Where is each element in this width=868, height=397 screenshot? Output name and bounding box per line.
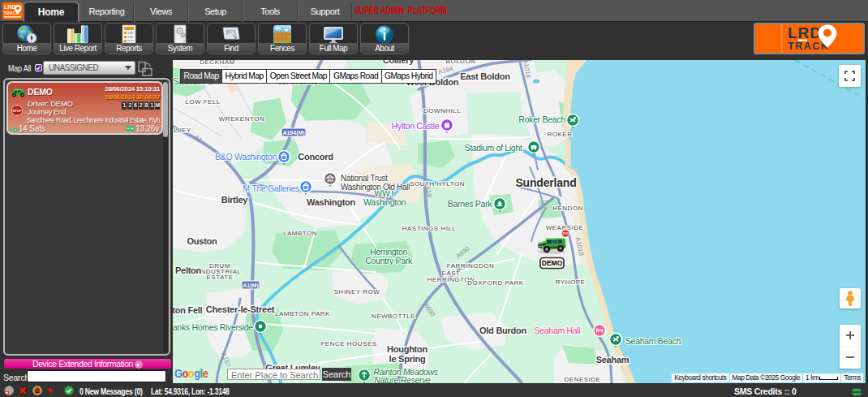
svg-text:HASTINGS HILL: HASTINGS HILL (402, 225, 457, 232)
svg-text:LRD: LRD (788, 24, 822, 41)
svg-text:HENDON: HENDON (552, 205, 583, 212)
svg-text:Concord: Concord (298, 152, 333, 162)
svg-text:A1(M): A1(M) (243, 283, 258, 289)
svg-text:FENCE HOUSES: FENCE HOUSES (320, 340, 376, 347)
svg-text:Nature Reserve: Nature Reserve (374, 375, 431, 383)
svg-text:NEWBOTTLE: NEWBOTTLE (372, 313, 415, 320)
svg-text:Ouston: Ouston (187, 236, 218, 246)
svg-text:LAMBTON PARK: LAMBTON PARK (275, 310, 330, 317)
svg-text:Washington: Washington (363, 197, 406, 207)
svg-text:Country Park: Country Park (365, 256, 413, 265)
svg-text:Seaham: Seaham (596, 355, 630, 365)
svg-text:Chester-le-Street: Chester-le-Street (206, 304, 275, 314)
svg-text:Sunderland: Sunderland (515, 176, 576, 189)
svg-text:le Spring: le Spring (389, 354, 426, 364)
svg-text:Houghton: Houghton (387, 344, 428, 354)
svg-text:LRD: LRD (4, 4, 15, 10)
svg-text:Barnes Park: Barnes Park (448, 199, 493, 209)
svg-text:LAMBTON: LAMBTON (283, 230, 317, 237)
svg-text:National Trust: National Trust (341, 174, 388, 183)
svg-text:ALLEY: ALLEY (173, 127, 191, 134)
svg-text:Roker Beach: Roker Beach (518, 114, 565, 124)
svg-text:M The Galleries: M The Galleries (243, 183, 299, 193)
svg-text:SHINEY ROW: SHINEY ROW (334, 288, 380, 296)
svg-text:Seaham Beach: Seaham Beach (625, 336, 681, 346)
svg-text:Colliery: Colliery (383, 59, 415, 65)
svg-text:Seaham Hall: Seaham Hall (535, 326, 581, 335)
svg-text:ROKER: ROKER (548, 131, 573, 138)
svg-text:DECKHAM: DECKHAM (200, 59, 235, 66)
svg-text:Birtley: Birtley (221, 195, 249, 205)
svg-text:DOXFORD PARK: DOXFORD PARK (467, 279, 524, 287)
svg-text:Stadium of Light: Stadium of Light (464, 143, 522, 153)
svg-text:A194(M): A194(M) (282, 130, 304, 136)
svg-text:FARRINGDON: FARRINGDON (447, 262, 494, 270)
svg-text:STOP: STOP (562, 232, 568, 235)
svg-text:Banks Homes Riverside: Banks Homes Riverside (173, 322, 253, 332)
svg-text:Washington: Washington (307, 197, 356, 207)
svg-text:RYHOPE: RYHOPE (556, 278, 586, 286)
svg-text:Pelton: Pelton (175, 265, 202, 275)
svg-text:DOWNHILL: DOWNHILL (423, 107, 461, 114)
svg-text:LOW FELL: LOW FELL (185, 98, 221, 106)
svg-text:East Boldon: East Boldon (460, 71, 510, 81)
svg-text:ESTATE: ESTATE (207, 274, 234, 281)
svg-text:B&Q Washington: B&Q Washington (215, 152, 277, 162)
svg-text:Old Burdon: Old Burdon (479, 326, 527, 335)
svg-text:Washington Old Hall: Washington Old Hall (341, 183, 410, 192)
svg-text:BOLDON: BOLDON (446, 59, 476, 65)
svg-text:Pelton Fell: Pelton Fell (173, 305, 203, 315)
svg-text:STOP: STOP (13, 108, 22, 112)
svg-text:DENESIDE: DENESIDE (565, 376, 601, 383)
svg-text:DEMO: DEMO (542, 259, 563, 267)
svg-text:Hylton Castle: Hylton Castle (392, 121, 440, 131)
svg-text:SOUTH HYLTON: SOUTH HYLTON (410, 180, 465, 188)
svg-text:WREKENTON: WREKENTON (219, 115, 264, 123)
